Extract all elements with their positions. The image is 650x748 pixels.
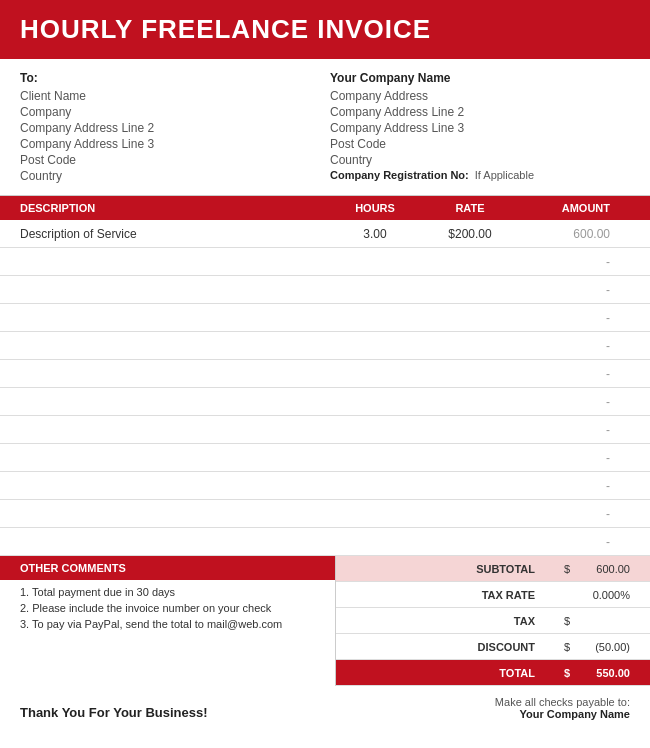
reg-label: Company Registration No: (330, 169, 469, 181)
header-rate: RATE (420, 202, 520, 214)
invoice-header: HOURLY FREELANCE INVOICE (0, 0, 650, 59)
table-row: - (0, 416, 650, 444)
footer-left: Thank You For Your Business! (20, 705, 208, 720)
row-amount: - (520, 339, 630, 353)
totals-comments-section: OTHER COMMENTS 1. Total payment due in 3… (0, 556, 650, 686)
thank-you: Thank You For Your Business! (20, 705, 208, 720)
company-postcode: Post Code (330, 137, 630, 151)
row-amount: - (520, 423, 630, 437)
table-row: Description of Service 3.00 $200.00 600.… (0, 220, 650, 248)
subtotal-row: SUBTOTAL $ 600.00 (336, 556, 650, 582)
reg-value: If Applicable (475, 169, 534, 181)
client-name: Client Name (20, 89, 320, 103)
table-row: - (0, 444, 650, 472)
row-amount: - (520, 255, 630, 269)
client-country: Country (20, 169, 320, 183)
client-company: Company (20, 105, 320, 119)
company-address2: Company Address Line 2 (330, 105, 630, 119)
table-row: - (0, 528, 650, 556)
header-hours: HOURS (330, 202, 420, 214)
subtotal-currency: $ (545, 563, 570, 575)
company-name: Your Company Name (330, 71, 630, 85)
footer: Thank You For Your Business! Make all ch… (0, 686, 650, 730)
comments-section: OTHER COMMENTS 1. Total payment due in 3… (0, 556, 335, 686)
comment-item: 2. Please include the invoice number on … (20, 602, 315, 614)
total-value: 550.00 (570, 667, 650, 679)
payable-name: Your Company Name (495, 708, 630, 720)
client-postcode: Post Code (20, 153, 320, 167)
row-amount: - (520, 451, 630, 465)
subtotal-label: SUBTOTAL (336, 563, 545, 575)
total-row: TOTAL $ 550.00 (336, 660, 650, 686)
discount-label: DISCOUNT (336, 641, 545, 653)
total-label: TOTAL (336, 667, 545, 679)
row-hours: 3.00 (330, 227, 420, 241)
discount-currency: $ (545, 641, 570, 653)
discount-value: (50.00) (570, 641, 650, 653)
address-right: Your Company Name Company Address Compan… (330, 71, 630, 185)
company-address: Company Address (330, 89, 630, 103)
totals-section: SUBTOTAL $ 600.00 TAX RATE 0.000% TAX $ … (335, 556, 650, 686)
header-amount: AMOUNT (520, 202, 630, 214)
table-body: Description of Service 3.00 $200.00 600.… (0, 220, 650, 556)
comment-item: 3. To pay via PayPal, send the total to … (20, 618, 315, 630)
row-amount: - (520, 367, 630, 381)
row-desc: Description of Service (0, 227, 330, 241)
payable-label: Make all checks payable to: (495, 696, 630, 708)
address-section: To: Client Name Company Company Address … (0, 59, 650, 196)
client-address2: Company Address Line 2 (20, 121, 320, 135)
discount-row: DISCOUNT $ (50.00) (336, 634, 650, 660)
comments-header: OTHER COMMENTS (0, 556, 335, 580)
tax-currency: $ (545, 615, 570, 627)
table-row: - (0, 304, 650, 332)
total-currency: $ (545, 667, 570, 679)
to-label: To: (20, 71, 320, 85)
row-amount: - (520, 535, 630, 549)
table-row: - (0, 332, 650, 360)
taxrate-label: TAX RATE (336, 589, 545, 601)
table-row: - (0, 276, 650, 304)
table-row: - (0, 500, 650, 528)
address-left: To: Client Name Company Company Address … (20, 71, 320, 185)
table-row: - (0, 388, 650, 416)
footer-right: Make all checks payable to: Your Company… (495, 696, 630, 720)
taxrate-row: TAX RATE 0.000% (336, 582, 650, 608)
table-header: DESCRIPTION HOURS RATE AMOUNT (0, 196, 650, 220)
company-country: Country (330, 153, 630, 167)
tax-label: TAX (336, 615, 545, 627)
taxrate-value: 0.000% (570, 589, 650, 601)
comment-item: 1. Total payment due in 30 days (20, 586, 315, 598)
row-amount: - (520, 479, 630, 493)
subtotal-value: 600.00 (570, 563, 650, 575)
row-amount: - (520, 395, 630, 409)
row-amount: - (520, 311, 630, 325)
invoice-page: HOURLY FREELANCE INVOICE To: Client Name… (0, 0, 650, 730)
table-row: - (0, 472, 650, 500)
table-row: - (0, 360, 650, 388)
row-rate: $200.00 (420, 227, 520, 241)
tax-row: TAX $ (336, 608, 650, 634)
row-amount: - (520, 507, 630, 521)
company-address3: Company Address Line 3 (330, 121, 630, 135)
invoice-title: HOURLY FREELANCE INVOICE (20, 14, 630, 45)
comments-body: 1. Total payment due in 30 days2. Please… (0, 580, 335, 640)
row-amount: 600.00 (520, 227, 630, 241)
reg-row: Company Registration No: If Applicable (330, 169, 630, 181)
table-row: - (0, 248, 650, 276)
client-address3: Company Address Line 3 (20, 137, 320, 151)
header-description: DESCRIPTION (0, 202, 330, 214)
row-amount: - (520, 283, 630, 297)
